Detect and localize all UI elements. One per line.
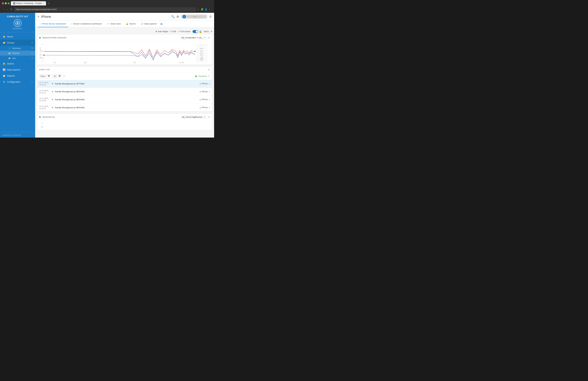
germany-chevron: ▾	[32, 47, 33, 49]
phones-icon: 📁	[8, 52, 11, 54]
lock-toggle[interactable]: 🔒	[192, 30, 202, 33]
event-row[interactable]: 10 Jul 2023, 13:13:07 Activity Recognize…	[37, 104, 212, 112]
svg-text:-:15: -:15	[53, 62, 56, 63]
browser-tab-active[interactable]: C iPhone / Cumulocity - Cockpit ✕	[11, 1, 46, 5]
test-chevron: ▾	[32, 57, 33, 59]
fullscreen-label: Full screen	[180, 30, 191, 33]
event-expand-2[interactable]: ▾	[209, 98, 210, 101]
event-list-widget: EVENT LIST ⚙ From 📅 To 📅 ▽ Realt	[37, 67, 212, 112]
svg-text:13:13: 13:13	[179, 62, 184, 63]
sidebar-item-germany[interactable]: 🌐 Germany ▾	[0, 46, 35, 51]
tab-title: iPhone / Cumulocity - Cockpit	[16, 2, 42, 4]
refresh-icon[interactable]: ↻	[208, 75, 210, 78]
minimize-button[interactable]	[5, 2, 7, 4]
sidebar-item-data-explorer[interactable]: 📊 Data explorer	[0, 67, 35, 73]
header-menu-icon[interactable]: ☰	[209, 15, 211, 18]
tab-smart-rules-label: Smart rules	[110, 22, 121, 25]
maximize-button[interactable]	[8, 2, 10, 4]
user-avatar: C	[183, 15, 186, 18]
hamburger-icon[interactable]: ≡	[38, 15, 39, 18]
dashboard-area: ⊕ Add widget ✏ Edit ⤢ Full screen 🔒	[35, 27, 214, 137]
edit-button[interactable]: ✏ Edit	[170, 30, 176, 33]
more-chevron-icon: ▾	[211, 30, 212, 33]
sidebar-item-home[interactable]: 🏠 Home	[0, 34, 35, 40]
refresh-button[interactable]: ↻	[10, 8, 13, 11]
more-label: More...	[204, 30, 210, 33]
sensor-dropdown[interactable]: c8y_Acceleration => acc... ▾	[180, 36, 207, 40]
sensor-status-dot	[39, 37, 41, 39]
configuration-chevron: ▾	[32, 81, 33, 83]
groups-chevron: ▾	[32, 42, 33, 44]
more-button[interactable]: More... ▾	[204, 30, 212, 33]
event-list-settings-icon[interactable]: ⚙	[208, 68, 210, 71]
top-header: ≡ iPhone 🔍 ⊞ C user@example.com ☰	[35, 13, 214, 21]
extension-icon[interactable]: 🧩	[201, 8, 203, 11]
tab-data-explorer[interactable]: 📈 Data explorer	[139, 21, 159, 27]
svg-point-32	[194, 51, 196, 52]
tab-close-button[interactable]: ✕	[42, 2, 44, 4]
sensortag-chart: 1 0.5	[37, 121, 212, 130]
realtime-indicator: Realtime	[195, 75, 207, 77]
event-row[interactable]: 10 Jul 2023, 13:13:09 Activity Recognize…	[37, 96, 212, 104]
svg-text:0: 0	[42, 54, 42, 56]
tab-smart-rules[interactable]: ⚡ Smart rules	[105, 21, 123, 27]
profile-icon[interactable]: 👤	[205, 8, 207, 11]
add-widget-button[interactable]: ⊕ Add widget	[155, 30, 168, 33]
event-row[interactable]: 10 Jul 2023, 13:13:12 Activity Recognize…	[37, 88, 212, 96]
from-calendar-icon[interactable]: 📅	[46, 74, 51, 78]
edit-icon: ✏	[170, 30, 172, 33]
add-tab-button[interactable]: ⊕	[160, 22, 163, 26]
event-row[interactable]: 10 Jul 2023, 13:13:14 Activity Recognize…	[37, 80, 212, 88]
event-expand-3[interactable]: ▾	[209, 106, 210, 109]
event-list-controls: From 📅 To 📅 ▽ Realtime ↻	[37, 73, 212, 80]
sidebar-item-configuration[interactable]: ⚙ Configuration ▾	[0, 79, 35, 85]
svg-text:1: 1	[201, 45, 202, 46]
filter-icon[interactable]: ▽	[63, 75, 65, 78]
sensortag-settings-icon[interactable]: ⚙	[208, 116, 210, 118]
event-dot-2	[52, 99, 53, 100]
to-calendar-icon[interactable]: 📅	[57, 74, 62, 78]
realtime-label: Realtime	[199, 75, 207, 77]
sidebar-item-home-label: Home	[7, 35, 13, 38]
realtime-dot	[195, 75, 197, 77]
user-pill[interactable]: C user@example.com	[181, 14, 207, 19]
sensortag-chart-svg: 1 0.5	[39, 122, 210, 130]
sidebar-item-phones[interactable]: 📁 Phones ▾	[0, 51, 35, 56]
svg-text:Luxmeter = Luxmeter: Luxmeter = Luxmeter	[39, 47, 41, 59]
tab-alarms[interactable]: 🔔 Alarms	[124, 21, 138, 27]
svg-text:-:45: -:45	[133, 62, 136, 63]
tab-sensor-smartphone[interactable]: □ Sensor smartphone dashboard	[69, 21, 104, 27]
sensortag-dropdown[interactable]: c8y_SensorTagBaromet... ▾	[180, 115, 207, 119]
forward-button[interactable]: ›	[7, 8, 9, 11]
back-button[interactable]: ‹	[3, 8, 5, 11]
event-expand-0[interactable]: ▾	[209, 82, 210, 85]
svg-text:600m: 600m	[200, 50, 203, 52]
to-label: To	[53, 74, 57, 78]
event-name-1: Activity Recognized as MOVING	[55, 90, 199, 93]
event-expand-1[interactable]: ▾	[209, 90, 210, 93]
new-tab-button[interactable]: +	[48, 2, 49, 5]
to-date-group: To 📅	[52, 74, 62, 78]
address-bar[interactable]	[14, 7, 196, 12]
tab-phone-sensor-dashboard[interactable]: □ Phone Sensor Dashboard	[38, 21, 68, 27]
main-content: ≡ iPhone 🔍 ⊞ C user@example.com ☰ □ Phon…	[35, 13, 214, 137]
groups-icon: 📁	[2, 41, 5, 44]
close-button[interactable]	[2, 2, 4, 4]
sensortag-header: ℹ SENSORTAG c8y_SensorTagBaromet... ▾ ⚙	[37, 114, 212, 121]
sidebar-logo: CUMULOCITY IoT COCKPIT	[0, 13, 35, 32]
sidebar-item-data-explorer-label: Data explorer	[7, 68, 21, 71]
grid-view-icon[interactable]: ⊞	[177, 15, 179, 18]
lock-switch[interactable]	[192, 30, 198, 33]
settings-icon[interactable]: ⋮	[209, 8, 211, 11]
sidebar-item-alarms[interactable]: 🔔 Alarms	[0, 61, 35, 67]
fullscreen-button[interactable]: ⤢ Full screen	[178, 30, 191, 33]
bookmark-icon[interactable]: ☆	[197, 8, 199, 11]
device-icon-2: ◎	[199, 98, 201, 101]
sidebar-item-test[interactable]: 📁 test ▾	[0, 56, 35, 61]
sidebar-item-groups[interactable]: 📁 Groups ▾	[0, 40, 35, 46]
sidebar-item-reports[interactable]: 📋 Reports	[0, 73, 35, 79]
sidebar-item-reports-label: Reports	[7, 74, 15, 77]
search-icon[interactable]: 🔍	[171, 15, 175, 18]
sensor-settings-icon[interactable]: ⚙	[208, 37, 210, 39]
phones-chevron: ▾	[32, 52, 33, 54]
